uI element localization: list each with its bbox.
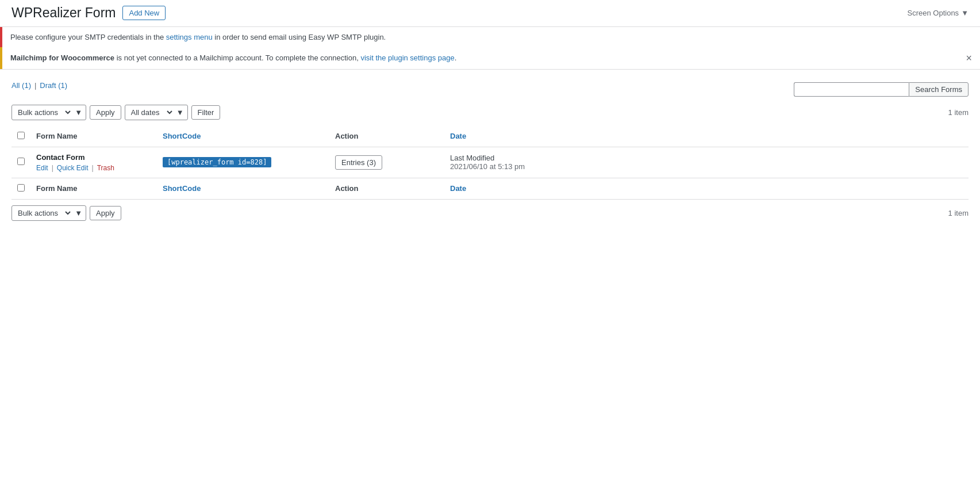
table-row: Contact Form Edit | Quick Edit | Trash [… <box>11 147 969 178</box>
filter-all-link[interactable]: All (1) <box>11 81 31 90</box>
row-date-cell: Last Modified 2021/06/10 at 5:13 pm <box>444 147 969 178</box>
chevron-down-icon: ▼ <box>75 209 82 217</box>
dates-select-top[interactable]: All dates <box>129 108 174 117</box>
shortcode-header: ShortCode <box>157 126 329 147</box>
smtp-notice-text-before: Please configure your SMTP credentials i… <box>10 33 166 41</box>
screen-options-button[interactable]: Screen Options ▼ <box>908 9 969 17</box>
action-footer: Action <box>329 178 444 199</box>
bulk-actions-dropdown-bottom[interactable]: Bulk actions ▼ <box>11 205 86 221</box>
search-forms-button[interactable]: Search Forms <box>909 82 969 97</box>
smtp-notice: Please configure your SMTP credentials i… <box>0 27 980 47</box>
mailchimp-notice-after: . <box>455 53 457 62</box>
table-header-row: Form Name ShortCode Action Date <box>11 126 969 147</box>
form-name-footer: Form Name <box>30 178 157 199</box>
date-modified: Last Modified 2021/06/10 at 5:13 pm <box>450 154 963 171</box>
filter-links: All (1) | Draft (1) <box>11 81 67 90</box>
row-formname-cell: Contact Form Edit | Quick Edit | Trash <box>30 147 157 178</box>
dates-dropdown-top[interactable]: All dates ▼ <box>125 105 188 120</box>
quick-edit-link[interactable]: Quick Edit <box>57 164 89 172</box>
date-value: 2021/06/10 at 5:13 pm <box>450 162 525 171</box>
add-new-button[interactable]: Add New <box>122 6 166 20</box>
filter-draft-link[interactable]: Draft (1) <box>40 81 67 90</box>
date-header: Date <box>444 126 969 147</box>
action-header: Action <box>329 126 444 147</box>
select-all-footer <box>11 178 30 199</box>
select-all-checkbox-bottom[interactable] <box>17 184 25 192</box>
page-title: WPRealizer Form <box>11 5 116 22</box>
top-toolbar: Bulk actions ▼ Apply All dates ▼ Filter … <box>11 105 969 120</box>
apply-button-bottom[interactable]: Apply <box>90 206 121 220</box>
bulk-actions-select-top[interactable]: Bulk actions <box>16 108 72 117</box>
edit-link[interactable]: Edit <box>36 164 48 172</box>
bulk-actions-dropdown-top[interactable]: Bulk actions ▼ <box>11 105 86 120</box>
shortcode-footer: ShortCode <box>157 178 329 199</box>
table-footer-row: Form Name ShortCode Action Date <box>11 178 969 199</box>
chevron-down-icon: ▼ <box>75 108 82 117</box>
date-footer: Date <box>444 178 969 199</box>
chevron-down-icon: ▼ <box>176 108 184 117</box>
bulk-actions-select-bottom[interactable]: Bulk actions <box>16 208 72 218</box>
trash-link[interactable]: Trash <box>97 164 114 172</box>
row-checkbox-cell <box>11 147 30 178</box>
settings-menu-link[interactable]: settings menu <box>166 33 213 41</box>
items-count-bottom: 1 item <box>948 209 969 217</box>
items-count-top: 1 item <box>948 108 969 117</box>
search-area: Search Forms <box>794 82 969 97</box>
bottom-toolbar: Bulk actions ▼ Apply 1 item <box>11 205 969 221</box>
forms-table: Form Name ShortCode Action Date <box>11 126 969 200</box>
filter-separator: | <box>34 81 36 90</box>
action-sep-1: | <box>52 164 53 172</box>
row-actions: Edit | Quick Edit | Trash <box>36 164 151 172</box>
apply-button-top[interactable]: Apply <box>90 105 121 120</box>
shortcode-badge[interactable]: [wprealizer_form id=828] <box>163 157 271 167</box>
row-action-cell: Entries (3) <box>329 147 444 178</box>
action-sep-2: | <box>92 164 94 172</box>
screen-options-label: Screen Options <box>908 9 959 17</box>
select-all-checkbox[interactable] <box>17 132 25 139</box>
select-all-header <box>11 126 30 147</box>
mailchimp-notice-middle: is not yet connected to a Mailchimp acco… <box>114 53 360 62</box>
form-name-header: Form Name <box>30 126 157 147</box>
search-input[interactable] <box>794 82 909 97</box>
plugin-settings-link[interactable]: visit the plugin settings page <box>360 53 454 62</box>
date-label: Last Modified <box>450 154 494 162</box>
smtp-notice-text-after: in order to send email using Easy WP SMT… <box>213 33 386 41</box>
mailchimp-notice-strong: Mailchimp for Woocommerce <box>10 53 114 62</box>
mailchimp-notice-close-button[interactable]: × <box>966 53 972 63</box>
filter-button-top[interactable]: Filter <box>191 105 221 120</box>
form-name-link[interactable]: Contact Form <box>36 153 85 162</box>
mailchimp-notice: Mailchimp for Woocommerce is not yet con… <box>0 47 980 69</box>
row-shortcode-cell: [wprealizer_form id=828] <box>157 147 329 178</box>
entries-button[interactable]: Entries (3) <box>335 155 382 170</box>
row-checkbox[interactable] <box>17 158 25 165</box>
chevron-down-icon: ▼ <box>961 9 969 17</box>
